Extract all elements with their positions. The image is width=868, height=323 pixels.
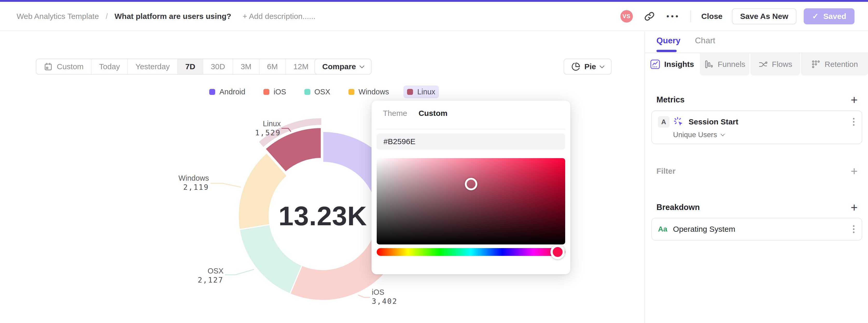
saturation-gradient-area[interactable]	[377, 158, 565, 245]
pie-callout-value: 2,119	[178, 183, 209, 192]
add-filter-button[interactable]: +	[850, 165, 858, 177]
header-divider	[690, 10, 691, 22]
pie-callout-line	[358, 295, 370, 297]
pie-callout-line	[225, 269, 254, 275]
aggregation-label: Unique Users	[673, 131, 717, 139]
tab-query[interactable]: Query	[656, 36, 680, 45]
insight-mode-tabs: Insights Funnels Flows Retent	[645, 53, 868, 75]
breadcrumb[interactable]: Web Analytics Template	[17, 12, 99, 21]
pie-callout-value: 1,529	[255, 128, 281, 137]
sidebar-tabs: Query Chart	[656, 36, 715, 45]
mode-label: Insights	[664, 60, 694, 69]
page-title[interactable]: What platform are users using?	[115, 12, 231, 21]
header: Web Analytics Template / What platform a…	[0, 2, 868, 31]
pie-callout-osx: OSX2,127	[198, 266, 223, 285]
tab-custom[interactable]: Custom	[418, 109, 447, 118]
metrics-title: Metrics	[656, 95, 685, 104]
funnels-icon	[704, 59, 714, 69]
add-description-button[interactable]: + Add description......	[243, 12, 315, 21]
pie-callout-value: 3,402	[372, 297, 398, 306]
saved-button-label: Saved	[824, 12, 846, 21]
flows-icon	[758, 59, 768, 69]
pie-slice-osx[interactable]	[239, 225, 302, 294]
top-accent-bar	[0, 0, 868, 2]
pie-callout-name: OSX	[198, 266, 223, 276]
breadcrumb-separator: /	[105, 12, 107, 21]
metrics-section-header: Metrics +	[656, 94, 858, 106]
metric-label: Session Start	[689, 118, 738, 126]
saturation-cursor[interactable]	[465, 178, 477, 190]
metric-kebab-menu[interactable]	[852, 117, 856, 127]
breakdown-kebab-menu[interactable]	[852, 224, 856, 234]
close-button[interactable]: Close	[701, 12, 722, 21]
add-breakdown-button[interactable]: +	[850, 201, 858, 213]
filter-section-header: Filter +	[656, 165, 858, 177]
header-actions: VS ••• Close Save As New ✓ Saved	[620, 8, 855, 24]
insights-icon	[650, 59, 660, 69]
property-type-icon: Aa	[658, 225, 667, 233]
query-sidebar: Query Chart Insights Funnels	[645, 32, 868, 323]
mode-insights[interactable]: Insights	[645, 53, 699, 75]
session-start-icon	[673, 116, 684, 128]
tab-chart[interactable]: Chart	[695, 36, 715, 45]
chevron-down-icon	[720, 132, 725, 136]
mode-label: Retention	[825, 60, 858, 69]
save-as-new-button[interactable]: Save As New	[732, 8, 797, 24]
mode-flows[interactable]: Flows	[750, 53, 800, 75]
color-picker-popup: Theme Custom #B2596E	[372, 101, 570, 274]
breakdown-label: Operating System	[673, 225, 735, 233]
pie-callout-linux: Linux1,529	[255, 119, 281, 137]
active-tab-underline	[656, 50, 677, 52]
pie-callout-windows: Windows2,119	[178, 174, 209, 192]
pie-callout-name: Windows	[178, 174, 209, 183]
color-picker-tabs: Theme Custom	[383, 109, 447, 118]
pie-callout-value: 2,127	[198, 276, 223, 285]
mode-label: Flows	[772, 60, 792, 69]
link-icon	[644, 11, 655, 22]
share-link-button[interactable]	[644, 11, 655, 22]
chart-panel: Custom Today Yesterday 7D 30D 3M 6M 12M …	[0, 32, 645, 323]
pie-callout-line	[211, 183, 241, 187]
picker-divider	[377, 129, 565, 129]
pie-callout-name: iOS	[372, 288, 398, 297]
tab-theme[interactable]: Theme	[383, 109, 407, 118]
hue-slider-handle[interactable]	[550, 245, 565, 259]
retention-icon	[811, 59, 821, 69]
add-metric-button[interactable]: +	[850, 94, 858, 106]
avatar[interactable]: VS	[620, 10, 633, 23]
hue-slider[interactable]	[377, 248, 565, 256]
breakdown-section-header: Breakdown +	[656, 201, 858, 213]
pie-callout-ios: iOS3,402	[372, 288, 398, 306]
mode-retention[interactable]: Retention	[801, 53, 868, 75]
pie-center-total: 13.23K	[278, 201, 367, 231]
mode-funnels[interactable]: Funnels	[700, 53, 749, 75]
saved-button[interactable]: ✓ Saved	[804, 8, 855, 24]
filter-title: Filter	[656, 167, 675, 175]
aggregation-dropdown[interactable]: Unique Users	[673, 131, 856, 139]
hex-color-input[interactable]: #B2596E	[377, 133, 565, 150]
mode-label: Funnels	[718, 60, 745, 69]
check-icon: ✓	[812, 12, 818, 21]
breakdown-card[interactable]: Aa Operating System	[651, 218, 862, 240]
metric-card[interactable]: A Session Start Unique Users	[651, 110, 862, 144]
pie-callout-name: Linux	[255, 119, 281, 128]
series-badge: A	[658, 116, 670, 128]
more-icon: •••	[666, 12, 680, 20]
more-menu-button[interactable]: •••	[666, 12, 680, 20]
breakdown-title: Breakdown	[656, 203, 700, 212]
